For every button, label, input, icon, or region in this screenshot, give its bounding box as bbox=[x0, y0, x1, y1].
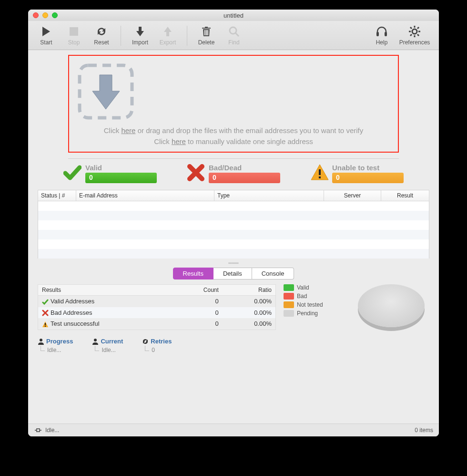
find-button: Find bbox=[222, 25, 246, 46]
status-retries: Retries 0 bbox=[142, 338, 172, 353]
svg-rect-4 bbox=[207, 30, 208, 35]
rh-ratio: Ratio bbox=[223, 285, 276, 296]
swatch-bad bbox=[284, 293, 294, 300]
svg-rect-21 bbox=[319, 176, 321, 178]
svg-marker-0 bbox=[42, 27, 50, 36]
svg-point-5 bbox=[230, 27, 236, 34]
check-icon bbox=[42, 299, 49, 305]
x-icon bbox=[187, 164, 205, 182]
svg-line-17 bbox=[417, 27, 419, 29]
footer: Idle... 0 items bbox=[28, 424, 439, 436]
col-email[interactable]: E-mail Address bbox=[76, 190, 214, 201]
import-button[interactable]: Import bbox=[128, 25, 152, 46]
tab-results[interactable]: Results bbox=[173, 268, 213, 279]
counter-valid: Valid 0 bbox=[63, 164, 157, 183]
results-panel: Results Count Ratio Valid Addresses 0 0.… bbox=[38, 284, 276, 332]
svg-rect-7 bbox=[376, 32, 379, 36]
drop-arrow-icon bbox=[75, 61, 392, 123]
preferences-button[interactable]: Preferences bbox=[396, 25, 433, 46]
help-button[interactable]: Help bbox=[369, 25, 394, 46]
trash-icon bbox=[201, 25, 212, 38]
stop-button: Stop bbox=[61, 25, 86, 46]
svg-point-26 bbox=[94, 339, 97, 341]
bad-count: 0 bbox=[209, 173, 280, 183]
swatch-nottested bbox=[284, 301, 294, 308]
warning-icon bbox=[42, 321, 49, 328]
dropzone[interactable]: Click here or drag and drop the files wi… bbox=[68, 55, 399, 153]
drop-text-1: Click here or drag and drop the files wi… bbox=[75, 125, 392, 136]
counter-unable: Unable to test 0 bbox=[310, 164, 404, 183]
x-icon bbox=[42, 310, 49, 316]
svg-rect-23 bbox=[45, 323, 46, 325]
counters-row: Valid 0 Bad/Dead 0 Unable to test bbox=[63, 164, 404, 183]
status-progress: Progress Idle... bbox=[38, 338, 73, 353]
rh-count: Count bbox=[174, 285, 222, 296]
drop-text-2: Click here to manually validate one sing… bbox=[75, 136, 392, 147]
svg-rect-24 bbox=[45, 326, 46, 327]
svg-point-9 bbox=[412, 29, 417, 34]
counter-bad: Bad/Dead 0 bbox=[187, 164, 280, 183]
start-button[interactable]: Start bbox=[34, 25, 59, 46]
col-result[interactable]: Result bbox=[381, 190, 429, 201]
reset-button[interactable]: Reset bbox=[89, 25, 114, 46]
delete-button[interactable]: Delete bbox=[194, 25, 219, 46]
tab-console[interactable]: Console bbox=[252, 268, 294, 279]
toolbar: Start Stop Reset Import bbox=[28, 21, 439, 50]
status-row: Progress Idle... Current Idle... Retries… bbox=[38, 338, 429, 353]
tab-details[interactable]: Details bbox=[213, 268, 252, 279]
svg-rect-3 bbox=[206, 30, 207, 35]
download-icon bbox=[135, 25, 145, 38]
svg-rect-8 bbox=[385, 32, 387, 36]
titlebar: untitled bbox=[28, 10, 439, 21]
person-icon bbox=[92, 338, 99, 345]
svg-rect-2 bbox=[204, 30, 205, 35]
resize-grip[interactable]: ═══ bbox=[35, 259, 432, 268]
stop-icon bbox=[69, 25, 79, 38]
svg-point-25 bbox=[40, 339, 42, 341]
plug-icon bbox=[34, 427, 42, 433]
export-button: Export bbox=[155, 25, 180, 46]
legend: Valid Bad Not tested Pending bbox=[284, 284, 345, 332]
footer-items: 0 items bbox=[415, 427, 433, 434]
check-icon bbox=[63, 164, 81, 182]
pie-chart bbox=[353, 284, 429, 332]
window-title: untitled bbox=[28, 12, 439, 19]
svg-rect-20 bbox=[319, 169, 321, 175]
results-row-unsuccessful: Test unsuccessful 0 0.00% bbox=[38, 318, 276, 330]
drop-link-files[interactable]: here bbox=[121, 126, 135, 135]
gear-icon bbox=[408, 25, 421, 38]
search-icon bbox=[228, 25, 240, 38]
results-row-bad: Bad Addresses 0 0.00% bbox=[38, 307, 276, 319]
person-icon bbox=[38, 338, 44, 345]
app-window: untitled Start Stop Reset bbox=[28, 10, 439, 436]
col-server[interactable]: Server bbox=[324, 190, 381, 201]
svg-line-14 bbox=[410, 27, 412, 29]
status-current: Current Idle... bbox=[92, 338, 123, 353]
footer-status: Idle... bbox=[45, 427, 59, 434]
col-status[interactable]: Status | # bbox=[38, 190, 76, 201]
refresh-icon bbox=[96, 25, 107, 38]
play-icon bbox=[41, 25, 51, 38]
warning-icon bbox=[310, 164, 328, 182]
email-table: Status | # E-mail Address Type Server Re… bbox=[38, 190, 429, 259]
unable-count: 0 bbox=[332, 173, 404, 183]
swatch-valid bbox=[284, 284, 294, 291]
refresh-icon bbox=[142, 338, 149, 345]
valid-count: 0 bbox=[85, 173, 157, 183]
swatch-pending bbox=[284, 310, 294, 317]
svg-rect-1 bbox=[70, 27, 78, 36]
drop-link-manual[interactable]: here bbox=[172, 137, 186, 145]
results-row-valid: Valid Addresses 0 0.00% bbox=[38, 296, 276, 307]
col-type[interactable]: Type bbox=[214, 190, 324, 201]
headset-icon bbox=[376, 25, 388, 38]
tab-bar: Results Details Console bbox=[35, 268, 432, 279]
rh-results: Results bbox=[38, 285, 175, 296]
svg-line-15 bbox=[417, 34, 419, 36]
upload-icon bbox=[162, 25, 173, 38]
table-body[interactable] bbox=[38, 201, 429, 259]
svg-line-16 bbox=[410, 34, 412, 36]
svg-line-6 bbox=[235, 33, 239, 36]
